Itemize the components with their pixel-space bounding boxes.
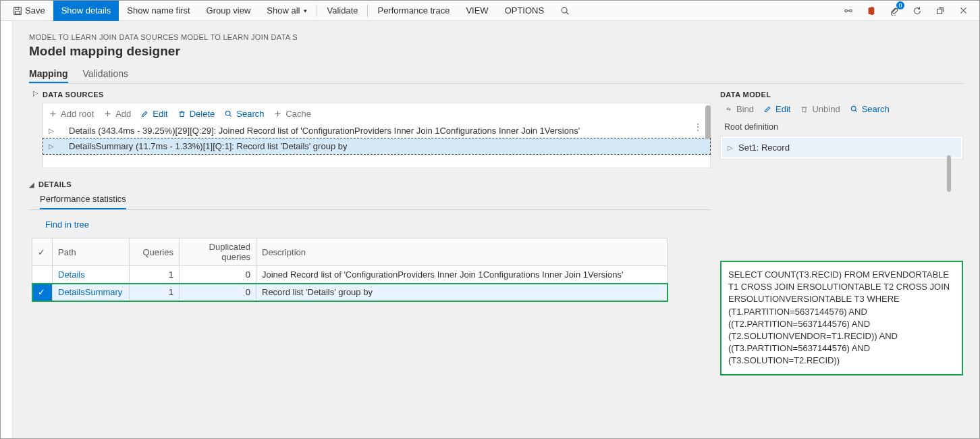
svg-rect-8 xyxy=(937,9,942,14)
add-root-button[interactable]: Add root xyxy=(49,109,94,119)
edit-button[interactable]: Edit xyxy=(140,109,167,119)
svg-point-5 xyxy=(845,9,848,12)
table-header-row: ✓ Path Queries Duplicated queries Descri… xyxy=(32,238,668,266)
save-label: Save xyxy=(25,5,45,16)
scrollbar[interactable] xyxy=(947,155,951,192)
find-in-tree-link[interactable]: Find in tree xyxy=(29,210,711,238)
tab-mapping[interactable]: Mapping xyxy=(29,66,68,83)
options-label: OPTIONS xyxy=(505,5,545,16)
dm-list: ▷ Set1: Record xyxy=(720,136,963,159)
svg-line-19 xyxy=(229,115,231,116)
chevron-down-icon: ▾ xyxy=(304,7,307,14)
dm-row-set1[interactable]: ▷ Set1: Record xyxy=(722,138,961,157)
svg-rect-1 xyxy=(16,7,18,9)
svg-rect-15 xyxy=(180,112,184,117)
search-icon xyxy=(560,6,570,16)
options-button[interactable]: OPTIONS xyxy=(497,1,553,21)
dm-actions: Bind Edit Unbind Search xyxy=(720,103,963,118)
attach-icon[interactable]: 0 xyxy=(889,5,900,16)
grip-icon[interactable]: ⋮ xyxy=(693,122,701,132)
svg-point-18 xyxy=(226,111,231,115)
expand-caret-icon[interactable]: ▷ xyxy=(47,127,55,134)
svg-rect-22 xyxy=(803,107,807,112)
validate-label: Validate xyxy=(327,5,358,16)
col-desc[interactable]: Description xyxy=(256,238,668,266)
unbind-button[interactable]: Unbind xyxy=(800,104,840,114)
cell-queries: 1 xyxy=(130,266,180,284)
tab-row: Mapping Validations xyxy=(29,66,963,84)
notif-badge: 0 xyxy=(896,1,904,9)
col-queries[interactable]: Queries xyxy=(130,238,180,266)
page-title: Model mapping designer xyxy=(29,44,963,59)
connect-icon[interactable] xyxy=(843,5,854,16)
toolbar-search-button[interactable] xyxy=(552,1,578,21)
expand-caret-icon[interactable]: ▷ xyxy=(47,143,55,150)
details-header: DETAILS xyxy=(38,180,72,188)
path-link[interactable]: Details xyxy=(58,269,85,280)
group-view-button[interactable]: Group view xyxy=(198,1,259,21)
row-check[interactable] xyxy=(32,266,53,284)
show-all-button[interactable]: Show all▾ xyxy=(258,1,315,21)
sql-preview: SELECT COUNT(T3.RECID) FROM ERVENDORTABL… xyxy=(720,261,963,376)
col-path[interactable]: Path xyxy=(53,238,130,266)
root-definition-label: Root definition xyxy=(720,118,963,136)
svg-point-3 xyxy=(562,7,567,13)
data-sources-section: ▷ DATA SOURCES Add root xyxy=(29,88,711,168)
col-check[interactable]: ✓ xyxy=(32,238,53,266)
cell-desc: Record list 'Details' group by xyxy=(256,284,668,301)
show-name-first-button[interactable]: Show name first xyxy=(119,1,198,21)
add-button[interactable]: Add xyxy=(103,109,131,119)
content-area: MODEL TO LEARN JOIN DATA SOURCES MODEL T… xyxy=(1,21,979,438)
toolbar-right: 0 xyxy=(843,5,979,16)
tab-performance-statistics[interactable]: Performance statistics xyxy=(40,191,126,209)
expand-caret-icon[interactable]: ▷ xyxy=(728,144,733,151)
delete-button[interactable]: Delete xyxy=(178,109,215,119)
performance-trace-button[interactable]: Performance trace xyxy=(369,1,458,21)
office-icon[interactable] xyxy=(866,5,877,16)
collapse-caret-icon[interactable]: ◢ xyxy=(29,181,34,188)
scrollbar[interactable] xyxy=(705,105,711,139)
svg-point-24 xyxy=(851,106,856,111)
ds-header: DATA SOURCES xyxy=(43,88,711,103)
table-row[interactable]: ✓ DetailsSummary 1 0 Record list 'Detail… xyxy=(32,284,668,301)
dm-edit-button[interactable]: Edit xyxy=(763,104,790,114)
cell-dup: 0 xyxy=(180,284,256,301)
dm-search-button[interactable]: Search xyxy=(850,104,890,114)
show-details-button[interactable]: Show details xyxy=(53,1,119,21)
svg-rect-2 xyxy=(16,11,20,14)
tab-validations[interactable]: Validations xyxy=(83,66,128,83)
path-link[interactable]: DetailsSummary xyxy=(58,287,122,297)
col-dup[interactable]: Duplicated queries xyxy=(180,238,256,266)
view-label: VIEW xyxy=(466,5,488,16)
toolbar-sep xyxy=(317,5,317,17)
left-rail xyxy=(1,21,13,438)
tree-label: Details (343.4ms - 39.25%)[29][Q:29]: Jo… xyxy=(69,126,580,136)
validate-button[interactable]: Validate xyxy=(319,1,366,21)
ds-tree-row-details[interactable]: ▷ Details (343.4ms - 39.25%)[29][Q:29]: … xyxy=(43,123,710,138)
cache-button[interactable]: Cache xyxy=(273,109,311,119)
table-row[interactable]: Details 1 0 Joined Record list of 'Confi… xyxy=(32,266,668,284)
breadcrumb: MODEL TO LEARN JOIN DATA SOURCES MODEL T… xyxy=(29,33,963,41)
show-details-label: Show details xyxy=(61,5,111,16)
save-icon xyxy=(13,6,22,16)
bind-button[interactable]: Bind xyxy=(724,104,754,114)
view-button[interactable]: VIEW xyxy=(458,1,496,21)
cell-dup: 0 xyxy=(180,266,256,284)
dm-header: DATA MODEL xyxy=(720,88,963,103)
row-check[interactable]: ✓ xyxy=(32,284,53,301)
tree-label: DetailsSummary (11.7ms - 1.33%)[1][Q:1]:… xyxy=(69,141,347,151)
ds-actions: Add root Add Edit xyxy=(43,106,710,123)
show-all-label: Show all xyxy=(267,5,300,16)
close-icon[interactable] xyxy=(958,5,969,16)
ds-collapse-caret[interactable]: ▷ xyxy=(29,88,43,168)
dm-item-label: Set1: Record xyxy=(738,143,790,153)
refresh-icon[interactable] xyxy=(912,5,923,16)
save-button[interactable]: Save xyxy=(5,1,53,21)
svg-line-4 xyxy=(566,12,568,14)
group-view-label: Group view xyxy=(207,5,251,16)
ds-search-button[interactable]: Search xyxy=(224,109,264,119)
popout-icon[interactable] xyxy=(935,5,946,16)
ds-tree-row-details-summary[interactable]: ▷ DetailsSummary (11.7ms - 1.33%)[1][Q:1… xyxy=(43,138,710,154)
top-toolbar: Save Show details Show name first Group … xyxy=(1,1,979,21)
cell-desc: Joined Record list of 'ConfigurationProv… xyxy=(256,266,668,284)
